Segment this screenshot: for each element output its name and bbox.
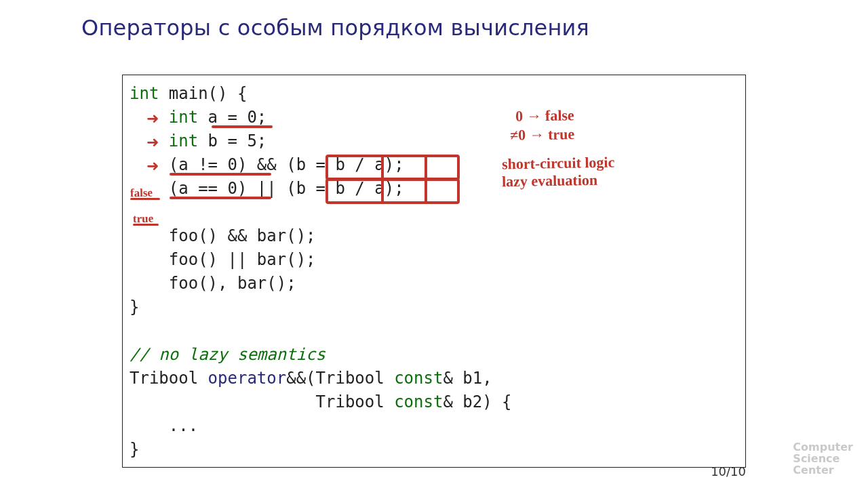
logo-line3: Center xyxy=(793,464,853,476)
underline-a0 xyxy=(212,125,273,128)
slide-title: Операторы с особым порядком вычисления xyxy=(81,15,589,41)
code-l8: foo(), bar(); xyxy=(130,274,296,293)
page-number: 10/10 xyxy=(711,464,746,479)
kw-int: int xyxy=(130,84,159,103)
code-frame: int main() { int a = 0; int b = 5; (a !=… xyxy=(122,75,746,468)
code-block: int main() { int a = 0; int b = 5; (a !=… xyxy=(130,82,512,462)
code-l14: } xyxy=(130,440,139,459)
code-l11a: Tribool xyxy=(130,369,208,388)
logo-line2: Science xyxy=(793,453,853,464)
box-b-div-a-inner-2 xyxy=(381,178,427,204)
code-l7: foo() || bar(); xyxy=(130,250,316,269)
code-l12b: & b2) { xyxy=(443,392,511,411)
note-ne0-true: ≠0 → true xyxy=(510,125,575,144)
note-lazy-eval: lazy evaluation xyxy=(502,171,598,190)
underline-a-neq-0 xyxy=(170,173,271,176)
arrow-icon: ➜ xyxy=(146,157,159,174)
code-l13: ... xyxy=(130,416,198,435)
arrow-icon: ➜ xyxy=(146,134,159,150)
code-l2: a = 0; xyxy=(198,108,267,127)
code-l11c: & b1, xyxy=(443,369,492,388)
kw-operator: operator xyxy=(208,369,287,388)
note-0-false: 0 → false xyxy=(515,106,574,125)
kw-int: int xyxy=(169,131,198,150)
kw-int: int xyxy=(169,108,198,127)
slide-root: Операторы с особым порядком вычисления i… xyxy=(0,0,868,488)
code-l9: } xyxy=(130,298,139,317)
code-l12a: Tribool xyxy=(130,392,394,411)
logo-line1: Computer xyxy=(793,441,853,453)
underline-true xyxy=(133,224,159,226)
arrow-icon: ➜ xyxy=(146,110,159,127)
kw-const: const xyxy=(394,392,443,411)
code-l1: main() { xyxy=(159,84,247,103)
csc-logo: Computer Science Center xyxy=(793,441,853,476)
code-l6: foo() && bar(); xyxy=(130,226,316,245)
note-short-circuit: short-circuit logic xyxy=(502,154,615,174)
comment-lazy: // no lazy semantics xyxy=(130,345,326,364)
kw-const: const xyxy=(394,369,443,388)
underline-false xyxy=(130,198,160,200)
code-l3: b = 5; xyxy=(198,131,267,150)
box-b-div-a-inner-1 xyxy=(381,155,427,180)
underline-a-eq-0 xyxy=(170,197,271,199)
code-l11b: &&(Tribool xyxy=(286,369,394,388)
